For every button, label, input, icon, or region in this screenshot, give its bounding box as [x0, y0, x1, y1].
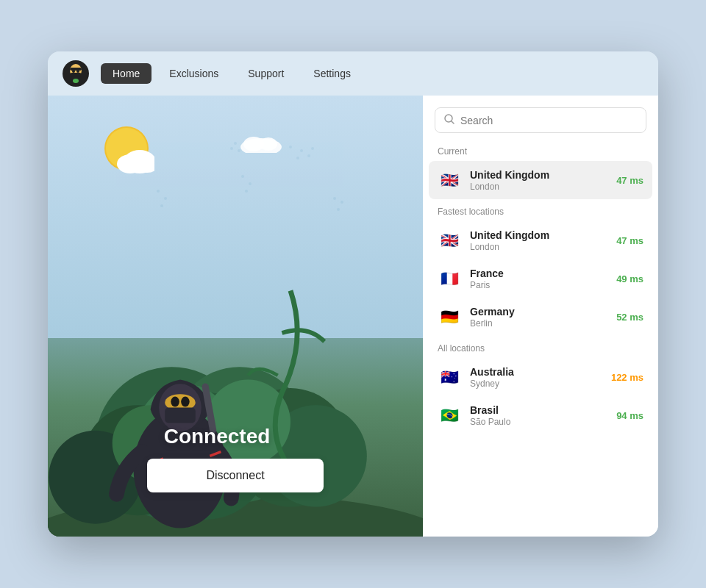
location-info-0: United Kingdom London	[470, 229, 607, 252]
all-section-label: All locations	[423, 336, 658, 358]
svg-line-65	[452, 121, 454, 123]
svg-point-15	[234, 142, 237, 145]
app-logo	[63, 60, 89, 87]
current-ms: 47 ms	[616, 175, 643, 186]
fastest-location-0[interactable]: 🇬🇧 United Kingdom London 47 ms	[423, 221, 658, 259]
current-country: United Kingdom	[470, 169, 607, 181]
svg-point-26	[164, 197, 167, 200]
svg-point-29	[249, 182, 252, 185]
current-section-label: Current	[423, 139, 658, 161]
current-location-info: United Kingdom London	[470, 169, 607, 192]
all-flag-0: 🇦🇺	[438, 365, 461, 389]
all-location-info-0: Australia Sydney	[470, 366, 602, 389]
svg-point-24	[296, 157, 299, 159]
all-city-1: São Paulo	[470, 417, 607, 427]
locations-list: Current 🇬🇧 United Kingdom London 47 ms F…	[423, 139, 658, 537]
current-city: London	[470, 182, 607, 192]
svg-point-6	[73, 79, 79, 83]
sun-illustration	[99, 121, 154, 176]
disconnect-button[interactable]: Disconnect	[147, 459, 324, 492]
all-ms-1: 94 ms	[616, 410, 643, 421]
fastest-section-label: Fastest locations	[423, 199, 658, 221]
all-location-0[interactable]: 🇦🇺 Australia Sydney 122 ms	[423, 358, 658, 396]
svg-rect-2	[70, 73, 82, 77]
ms-1: 49 ms	[616, 273, 643, 284]
search-input[interactable]	[460, 115, 637, 126]
location-info-2: Germany Berlin	[470, 306, 607, 329]
svg-rect-59	[165, 408, 196, 423]
all-ms-0: 122 ms	[611, 372, 643, 383]
right-panel: Current 🇬🇧 United Kingdom London 47 ms F…	[423, 96, 658, 537]
svg-point-22	[311, 147, 314, 150]
flag-1: 🇫🇷	[438, 267, 461, 290]
nav-home[interactable]: Home	[101, 63, 151, 84]
svg-point-20	[289, 146, 292, 148]
search-icon	[444, 114, 454, 126]
svg-point-23	[307, 154, 310, 157]
city-1: Paris	[470, 280, 607, 290]
country-2: Germany	[470, 306, 607, 318]
all-country-1: Brasil	[470, 404, 607, 416]
left-panel: Connected Disconnect	[48, 96, 423, 537]
cloud-small-illustration	[239, 131, 283, 153]
svg-point-32	[340, 201, 343, 204]
all-country-0: Australia	[470, 366, 602, 378]
current-flag: 🇬🇧	[438, 168, 461, 192]
nav-support[interactable]: Support	[236, 63, 296, 84]
flag-0: 🇬🇧	[438, 229, 461, 252]
svg-point-30	[245, 190, 248, 193]
svg-point-41	[260, 137, 277, 151]
city-0: London	[470, 242, 607, 252]
search-box[interactable]	[435, 107, 646, 133]
svg-point-28	[241, 175, 244, 178]
country-1: France	[470, 268, 607, 279]
ms-0: 47 ms	[616, 235, 643, 246]
svg-rect-5	[70, 68, 82, 71]
all-flag-1: 🇧🇷	[438, 404, 461, 427]
all-city-0: Sydney	[470, 379, 602, 389]
svg-point-58	[181, 397, 190, 407]
nav-exclusions[interactable]: Exclusions	[157, 63, 230, 84]
nav-settings[interactable]: Settings	[302, 63, 363, 84]
svg-point-31	[333, 197, 336, 200]
flag-2: 🇩🇪	[438, 305, 461, 329]
all-location-info-1: Brasil São Paulo	[470, 404, 607, 427]
main-content: Connected Disconnect	[48, 96, 658, 537]
connected-status-label: Connected	[48, 425, 386, 448]
fastest-location-2[interactable]: 🇩🇪 Germany Berlin 52 ms	[423, 298, 658, 336]
location-info-1: France Paris	[470, 268, 607, 290]
svg-point-21	[300, 149, 303, 152]
search-container	[423, 96, 658, 139]
city-2: Berlin	[470, 318, 607, 329]
current-location-item[interactable]: 🇬🇧 United Kingdom London 47 ms	[429, 161, 652, 199]
svg-point-25	[157, 190, 160, 193]
nav-bar: Home Exclusions Support Settings	[48, 51, 658, 96]
svg-point-57	[171, 397, 179, 407]
all-location-1[interactable]: 🇧🇷 Brasil São Paulo 94 ms	[423, 396, 658, 434]
country-0: United Kingdom	[470, 229, 607, 241]
app-window: Home Exclusions Support Settings	[48, 51, 658, 537]
ms-2: 52 ms	[616, 312, 643, 323]
svg-point-19	[230, 147, 233, 150]
fastest-location-1[interactable]: 🇫🇷 France Paris 49 ms	[423, 259, 658, 298]
